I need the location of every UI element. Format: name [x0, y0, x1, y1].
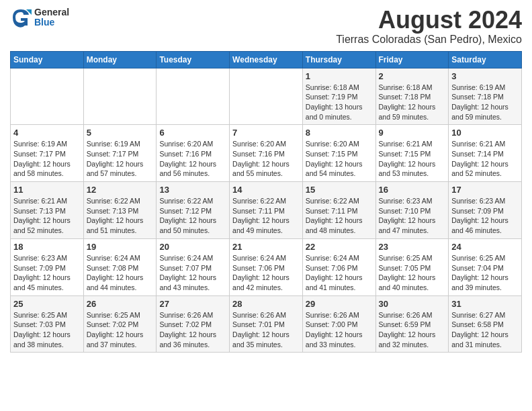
- day-info: Sunrise: 6:25 AMSunset: 7:05 PMDaylight:…: [379, 253, 446, 293]
- day-info: Sunrise: 6:24 AMSunset: 7:08 PMDaylight:…: [87, 253, 154, 293]
- day-info: Sunrise: 6:24 AMSunset: 7:07 PMDaylight:…: [159, 253, 226, 293]
- day-number: 13: [159, 185, 226, 195]
- calendar-header-row: SundayMondayTuesdayWednesdayThursdayFrid…: [11, 51, 522, 68]
- day-info: Sunrise: 6:20 AMSunset: 7:16 PMDaylight:…: [232, 139, 300, 179]
- day-number: 25: [13, 299, 81, 309]
- col-header-tuesday: Tuesday: [157, 51, 230, 68]
- calendar-cell: 21Sunrise: 6:24 AMSunset: 7:06 PMDayligh…: [230, 238, 303, 295]
- page-subtitle: Tierras Coloradas (San Pedro), Mexico: [336, 34, 522, 46]
- day-number: 4: [13, 128, 81, 138]
- day-number: 23: [379, 242, 446, 252]
- calendar-cell: [11, 68, 84, 125]
- page-header: General Blue August 2024 Tierras Colorad…: [10, 7, 522, 46]
- col-header-friday: Friday: [375, 51, 449, 68]
- day-number: 9: [379, 128, 446, 138]
- calendar-cell: [157, 68, 230, 125]
- logo: General Blue: [10, 7, 69, 28]
- calendar-cell: [230, 68, 303, 125]
- col-header-monday: Monday: [83, 51, 157, 68]
- day-info: Sunrise: 6:21 AMSunset: 7:14 PMDaylight:…: [451, 139, 519, 179]
- calendar-cell: 15Sunrise: 6:22 AMSunset: 7:11 PMDayligh…: [302, 182, 375, 239]
- calendar-week-row: 18Sunrise: 6:23 AMSunset: 7:09 PMDayligh…: [11, 238, 522, 295]
- calendar-week-row: 11Sunrise: 6:21 AMSunset: 7:13 PMDayligh…: [11, 182, 522, 239]
- day-info: Sunrise: 6:24 AMSunset: 7:06 PMDaylight:…: [232, 253, 300, 293]
- day-number: 20: [159, 242, 226, 252]
- calendar-cell: 6Sunrise: 6:20 AMSunset: 7:16 PMDaylight…: [157, 125, 230, 182]
- day-number: 19: [87, 242, 154, 252]
- calendar-cell: 24Sunrise: 6:25 AMSunset: 7:04 PMDayligh…: [449, 238, 522, 295]
- calendar-cell: 22Sunrise: 6:24 AMSunset: 7:06 PMDayligh…: [302, 238, 375, 295]
- day-info: Sunrise: 6:26 AMSunset: 7:00 PMDaylight:…: [306, 310, 373, 350]
- calendar-cell: 30Sunrise: 6:26 AMSunset: 6:59 PMDayligh…: [375, 295, 449, 353]
- logo-blue-text: Blue: [34, 17, 69, 28]
- day-number: 3: [451, 71, 519, 81]
- col-header-sunday: Sunday: [11, 51, 84, 68]
- day-info: Sunrise: 6:26 AMSunset: 6:59 PMDaylight:…: [379, 310, 446, 350]
- calendar-cell: 1Sunrise: 6:18 AMSunset: 7:19 PMDaylight…: [302, 68, 375, 125]
- calendar-cell: 26Sunrise: 6:25 AMSunset: 7:02 PMDayligh…: [83, 295, 157, 353]
- day-info: Sunrise: 6:22 AMSunset: 7:11 PMDaylight:…: [306, 196, 373, 236]
- day-info: Sunrise: 6:25 AMSunset: 7:02 PMDaylight:…: [87, 310, 154, 350]
- day-info: Sunrise: 6:23 AMSunset: 7:10 PMDaylight:…: [379, 196, 446, 236]
- day-number: 8: [306, 128, 373, 138]
- calendar-cell: 4Sunrise: 6:19 AMSunset: 7:17 PMDaylight…: [11, 125, 84, 182]
- day-number: 31: [451, 299, 519, 309]
- day-number: 18: [13, 242, 81, 252]
- calendar-week-row: 25Sunrise: 6:25 AMSunset: 7:03 PMDayligh…: [11, 295, 522, 353]
- calendar-cell: 10Sunrise: 6:21 AMSunset: 7:14 PMDayligh…: [449, 125, 522, 182]
- calendar-cell: 7Sunrise: 6:20 AMSunset: 7:16 PMDaylight…: [230, 125, 303, 182]
- calendar-cell: 13Sunrise: 6:22 AMSunset: 7:12 PMDayligh…: [157, 182, 230, 239]
- col-header-saturday: Saturday: [449, 51, 522, 68]
- day-number: 22: [306, 242, 373, 252]
- day-number: 21: [232, 242, 300, 252]
- calendar-table: SundayMondayTuesdayWednesdayThursdayFrid…: [10, 51, 522, 353]
- calendar-cell: 20Sunrise: 6:24 AMSunset: 7:07 PMDayligh…: [157, 238, 230, 295]
- calendar-cell: [83, 68, 157, 125]
- day-number: 7: [232, 128, 300, 138]
- calendar-cell: 2Sunrise: 6:18 AMSunset: 7:18 PMDaylight…: [375, 68, 449, 125]
- day-number: 24: [451, 242, 519, 252]
- calendar-cell: 17Sunrise: 6:23 AMSunset: 7:09 PMDayligh…: [449, 182, 522, 239]
- day-info: Sunrise: 6:20 AMSunset: 7:15 PMDaylight:…: [306, 139, 373, 179]
- calendar-cell: 23Sunrise: 6:25 AMSunset: 7:05 PMDayligh…: [375, 238, 449, 295]
- day-info: Sunrise: 6:25 AMSunset: 7:03 PMDaylight:…: [13, 310, 81, 350]
- day-info: Sunrise: 6:19 AMSunset: 7:17 PMDaylight:…: [87, 139, 154, 179]
- day-number: 29: [306, 299, 373, 309]
- day-info: Sunrise: 6:26 AMSunset: 7:02 PMDaylight:…: [159, 310, 226, 350]
- day-number: 11: [13, 185, 81, 195]
- day-number: 15: [306, 185, 373, 195]
- day-info: Sunrise: 6:19 AMSunset: 7:17 PMDaylight:…: [13, 139, 81, 179]
- calendar-week-row: 4Sunrise: 6:19 AMSunset: 7:17 PMDaylight…: [11, 125, 522, 182]
- calendar-cell: 28Sunrise: 6:26 AMSunset: 7:01 PMDayligh…: [230, 295, 303, 353]
- day-number: 12: [87, 185, 154, 195]
- calendar-cell: 14Sunrise: 6:22 AMSunset: 7:11 PMDayligh…: [230, 182, 303, 239]
- day-number: 6: [159, 128, 226, 138]
- day-info: Sunrise: 6:23 AMSunset: 7:09 PMDaylight:…: [451, 196, 519, 236]
- day-info: Sunrise: 6:26 AMSunset: 7:01 PMDaylight:…: [232, 310, 300, 350]
- calendar-cell: 29Sunrise: 6:26 AMSunset: 7:00 PMDayligh…: [302, 295, 375, 353]
- day-info: Sunrise: 6:25 AMSunset: 7:04 PMDaylight:…: [451, 253, 519, 293]
- day-number: 16: [379, 185, 446, 195]
- calendar-cell: 11Sunrise: 6:21 AMSunset: 7:13 PMDayligh…: [11, 182, 84, 239]
- day-number: 28: [232, 299, 300, 309]
- day-info: Sunrise: 6:20 AMSunset: 7:16 PMDaylight:…: [159, 139, 226, 179]
- calendar-cell: 9Sunrise: 6:21 AMSunset: 7:15 PMDaylight…: [375, 125, 449, 182]
- day-info: Sunrise: 6:19 AMSunset: 7:18 PMDaylight:…: [451, 83, 519, 122]
- day-number: 1: [306, 71, 373, 81]
- calendar-cell: 19Sunrise: 6:24 AMSunset: 7:08 PMDayligh…: [83, 238, 157, 295]
- day-number: 5: [87, 128, 154, 138]
- col-header-thursday: Thursday: [302, 51, 375, 68]
- day-info: Sunrise: 6:27 AMSunset: 6:58 PMDaylight:…: [451, 310, 519, 350]
- page-title: August 2024: [336, 7, 522, 34]
- calendar-cell: 8Sunrise: 6:20 AMSunset: 7:15 PMDaylight…: [302, 125, 375, 182]
- day-info: Sunrise: 6:18 AMSunset: 7:18 PMDaylight:…: [379, 83, 446, 122]
- day-number: 10: [451, 128, 519, 138]
- calendar-cell: 16Sunrise: 6:23 AMSunset: 7:10 PMDayligh…: [375, 182, 449, 239]
- day-info: Sunrise: 6:21 AMSunset: 7:13 PMDaylight:…: [13, 196, 81, 236]
- day-info: Sunrise: 6:22 AMSunset: 7:11 PMDaylight:…: [232, 196, 300, 236]
- day-number: 26: [87, 299, 154, 309]
- calendar-week-row: 1Sunrise: 6:18 AMSunset: 7:19 PMDaylight…: [11, 68, 522, 125]
- day-info: Sunrise: 6:18 AMSunset: 7:19 PMDaylight:…: [306, 83, 373, 122]
- calendar-cell: 25Sunrise: 6:25 AMSunset: 7:03 PMDayligh…: [11, 295, 84, 353]
- day-number: 2: [379, 71, 446, 81]
